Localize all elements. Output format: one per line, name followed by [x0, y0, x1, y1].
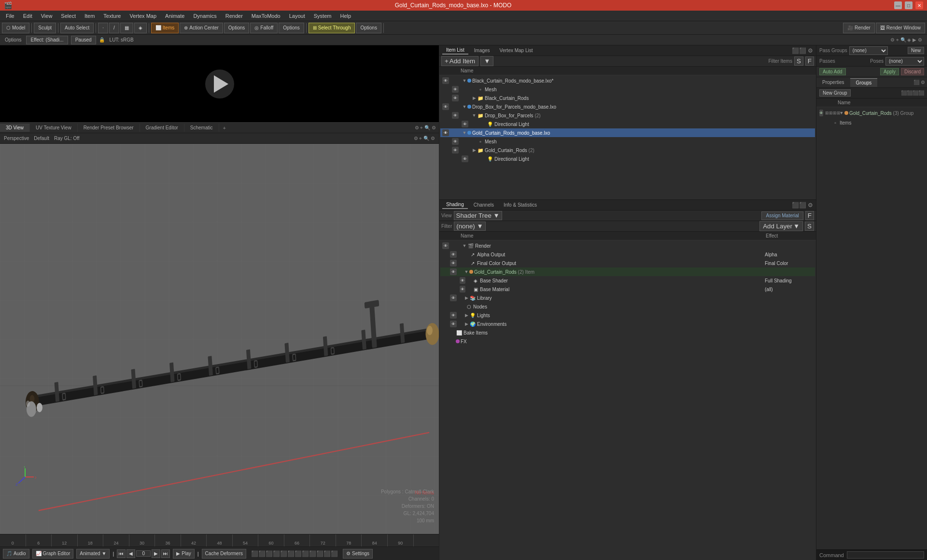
tree-item-mesh-0[interactable]: 👁 ▫ Mesh [440, 85, 815, 94]
tab-groups[interactable]: Groups [850, 78, 878, 87]
shader-row-base-material[interactable]: 👁 ▣ Base Material (all) [440, 285, 815, 294]
items-button[interactable]: ⬜ Items [151, 23, 179, 33]
visibility-toggle-8[interactable]: 👁 [452, 147, 459, 154]
model-button[interactable]: ⬡ Model [2, 23, 29, 33]
pass-groups-select[interactable]: (none) [849, 46, 888, 55]
polygon-button[interactable]: ▦ [120, 23, 133, 33]
viewport-canvas[interactable]: X Y Z No Items Polygons : Catmull-Clark … [0, 144, 439, 534]
menu-view[interactable]: View [37, 12, 56, 20]
options-1-button[interactable]: Options [224, 23, 249, 33]
shader-row-nodes[interactable]: ⬡ Nodes [440, 302, 815, 311]
group-item-gold[interactable]: 👁 ⊞⊞⊞⊞ ▼ Gold_Curtain_Rods (3) Group [817, 108, 926, 118]
new-group-button[interactable]: New Group [819, 89, 851, 97]
shader-visibility-9[interactable]: 👁 [450, 321, 457, 327]
tree-item-dir-light-2[interactable]: 👁 💡 Directional Light [440, 154, 815, 163]
visibility-toggle-5[interactable]: 👁 [462, 121, 468, 127]
add-item-button[interactable]: + Add Item [441, 56, 478, 66]
menu-layout[interactable]: Layout [285, 12, 309, 20]
action-center-button[interactable]: ⊕ Action Center [180, 23, 223, 33]
shader-visibility-2[interactable]: 👁 [450, 260, 457, 266]
visibility-toggle-6[interactable]: 👁 [442, 129, 449, 136]
timeline[interactable]: 0 6 12 18 24 30 36 42 48 54 60 66 72 78 … [0, 534, 439, 546]
visibility-toggle-0[interactable]: 👁 [442, 77, 449, 84]
visibility-toggle-2[interactable]: 👁 [452, 95, 459, 101]
step-forward-button[interactable]: ▶ [152, 549, 160, 558]
edge-button[interactable]: / [109, 23, 119, 33]
sculpt-button[interactable]: Sculpt [34, 23, 56, 33]
tab-render-preset[interactable]: Render Preset Browser [78, 124, 140, 132]
shader-tree-dropdown[interactable]: Shader Tree ▼ [454, 211, 502, 220]
tab-3d-view[interactable]: 3D View [0, 124, 30, 132]
auto-select-button[interactable]: Auto Select [60, 23, 94, 33]
expand-arrow-2[interactable]: ▶ [471, 96, 477, 100]
shader-row-final-color[interactable]: 👁 ↗ Final Color Output Final Color [440, 259, 815, 267]
menu-maxtomodo[interactable]: MaxToModo [248, 12, 284, 20]
visibility-toggle-4[interactable]: 👁 [452, 112, 459, 119]
frame-input[interactable] [136, 550, 151, 557]
tree-item-dropbox-group[interactable]: 👁 ▼ 📁 Drop_Box_for_Parcels (2) [440, 111, 815, 120]
tree-item-mesh-7[interactable]: 👁 ▫ Mesh [440, 137, 815, 146]
visibility-toggle-3[interactable]: 👁 [442, 103, 449, 110]
shader-row-fx[interactable]: FX [440, 337, 815, 346]
command-input[interactable] [847, 551, 924, 559]
tab-uv-texture[interactable]: UV Texture View [30, 124, 78, 132]
tree-item-dropbox-scene[interactable]: 👁 ▼ Drop_Box_for_Parcels_modo_base.lxo [440, 102, 815, 111]
shader-visibility-3[interactable]: 👁 [450, 268, 457, 275]
tab-schematic[interactable]: Schematic [184, 124, 219, 132]
shader-visibility-6[interactable]: 👁 [450, 294, 457, 301]
shader-visibility-0[interactable]: 👁 [442, 242, 449, 249]
menu-item[interactable]: Item [81, 12, 98, 20]
expand-arrow-6[interactable]: ▼ [462, 130, 467, 135]
paused-button[interactable]: Paused [71, 36, 96, 44]
shader-expand-9[interactable]: ▶ [464, 322, 469, 326]
shader-visibility-4[interactable]: 👁 [460, 277, 465, 284]
tree-item-gold-rods[interactable]: 👁 ▶ 📁 Gold_Curtain_Rods (2) [440, 146, 815, 154]
play-button[interactable]: ▶ Play [173, 549, 194, 559]
menu-edit[interactable]: Edit [19, 12, 36, 20]
tree-item-gold-scene[interactable]: 👁 ▼ Gold_Curtain_Rods_modo_base.lxo [440, 128, 815, 137]
add-item-dropdown[interactable]: ▼ [480, 56, 493, 66]
new-pass-group-button[interactable]: New [908, 47, 924, 54]
options-2-button[interactable]: Options [279, 23, 304, 33]
falloff-button[interactable]: ◎ Falloff [250, 23, 278, 33]
menu-animate[interactable]: Animate [161, 12, 188, 20]
tab-vertex-map[interactable]: Vertex Map List [496, 47, 537, 54]
shader-row-lights[interactable]: 👁 ▶ 💡 Lights [440, 311, 815, 320]
apply-button[interactable]: Apply [880, 68, 899, 75]
menu-render[interactable]: Render [222, 12, 247, 20]
filter-none-dropdown[interactable]: (none) ▼ [454, 222, 485, 231]
menu-help[interactable]: Help [336, 12, 355, 20]
tree-item-dir-light-1[interactable]: 👁 💡 Directional Light [440, 120, 815, 128]
cache-deformers-button[interactable]: Cache Deformers [202, 549, 246, 559]
add-view-tab-button[interactable]: + [219, 124, 230, 132]
select-through-button[interactable]: ⊞ Select Through [309, 23, 355, 33]
close-button[interactable]: ✕ [915, 1, 923, 9]
next-keyframe-button[interactable]: ⏭ [161, 549, 170, 558]
add-layer-button[interactable]: Add Layer ▼ [759, 221, 803, 231]
animated-button[interactable]: Animated ▼ [76, 549, 110, 559]
play-button[interactable] [205, 70, 234, 98]
tab-item-list[interactable]: Item List [442, 46, 468, 55]
expand-arrow-3[interactable]: ▼ [462, 104, 467, 109]
render-window-button[interactable]: 🖼 Render Window [876, 23, 925, 33]
menu-vertex-map[interactable]: Vertex Map [126, 12, 160, 20]
tree-item-black-rods[interactable]: 👁 ▶ 📁 Black_Curtain_Rods [440, 94, 815, 102]
shader-row-environments[interactable]: 👁 ▶ 🌍 Environments [440, 320, 815, 328]
shader-visibility-8[interactable]: 👁 [450, 312, 457, 319]
prev-keyframe-button[interactable]: ⏮ [117, 549, 126, 558]
shader-expand-0[interactable]: ▼ [462, 243, 467, 248]
render-button[interactable]: 🎥 Render [843, 23, 875, 33]
shader-visibility-5[interactable]: 👁 [460, 286, 465, 293]
settings-button[interactable]: ⚙ Settings [343, 549, 373, 559]
minimize-button[interactable]: — [894, 1, 902, 9]
filter-f-button[interactable]: F [805, 56, 814, 66]
visibility-toggle-1[interactable]: 👁 [452, 86, 459, 93]
tab-images[interactable]: Images [470, 47, 494, 54]
menu-select[interactable]: Select [57, 12, 80, 20]
visibility-toggle-7[interactable]: 👁 [452, 138, 459, 145]
filter-s-button[interactable]: S [794, 56, 803, 66]
expand-arrow-8[interactable]: ▶ [471, 148, 477, 153]
graph-editor-button[interactable]: 📈 Graph Editor [32, 549, 74, 559]
shader-row-gold-rods[interactable]: 👁 ▼ Gold_Curtain_Rods (2) Item [440, 267, 815, 276]
audio-button[interactable]: 🎵 Audio [3, 549, 29, 559]
